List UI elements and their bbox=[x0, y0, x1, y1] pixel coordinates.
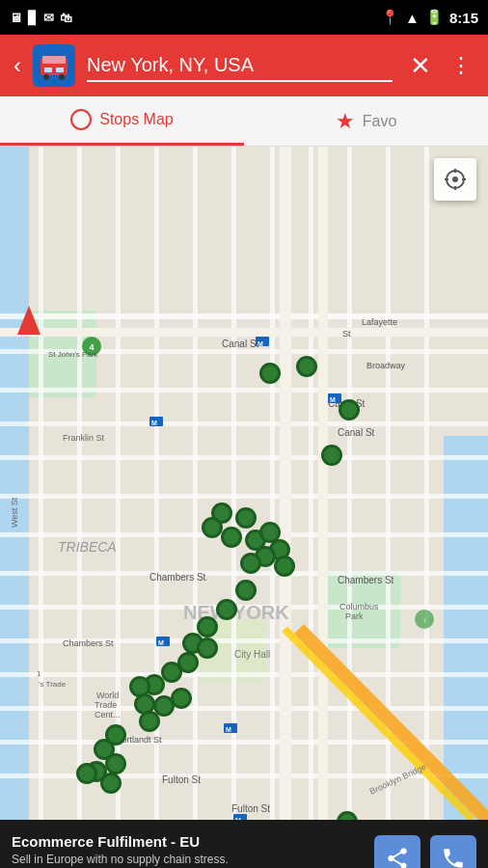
svg-text:Chambers St: Chambers St bbox=[63, 638, 114, 648]
map-container[interactable]: Canal St Canal St Canal St Franklin St C… bbox=[0, 147, 488, 820]
svg-rect-15 bbox=[0, 421, 488, 426]
svg-text:West St: West St bbox=[10, 497, 19, 528]
stop-dot[interactable] bbox=[221, 527, 242, 548]
location-crosshair-icon bbox=[443, 167, 468, 192]
battery-icon: 🔋 bbox=[425, 9, 444, 26]
stop-dot[interactable] bbox=[197, 637, 218, 659]
stop-dot[interactable] bbox=[240, 553, 261, 574]
svg-text:Columbus: Columbus bbox=[339, 602, 379, 611]
ad-share-button[interactable] bbox=[374, 835, 420, 868]
stop-dot[interactable] bbox=[100, 773, 122, 794]
svg-rect-38 bbox=[280, 147, 291, 820]
ad-text: Ecommerce Fulfilment - EU Sell in Europe… bbox=[12, 833, 365, 868]
svg-rect-36 bbox=[424, 147, 429, 820]
svg-rect-27 bbox=[77, 147, 82, 820]
svg-text:M: M bbox=[151, 420, 157, 426]
svg-text:M: M bbox=[330, 396, 336, 403]
svg-rect-39 bbox=[318, 147, 328, 820]
svg-text:Broadway: Broadway bbox=[366, 361, 406, 370]
svg-text:Trade: Trade bbox=[95, 700, 117, 710]
svg-rect-1 bbox=[42, 56, 66, 64]
svg-point-3 bbox=[59, 74, 65, 80]
ad-subtitle: Sell in Europe with no supply chain stre… bbox=[12, 853, 365, 868]
stop-dot[interactable] bbox=[296, 356, 317, 377]
ad-banner: Ecommerce Fulfilment - EU Sell in Europe… bbox=[0, 820, 488, 868]
svg-rect-30 bbox=[193, 147, 198, 820]
svg-text:St John's Park: St John's Park bbox=[48, 350, 98, 359]
stop-dot[interactable] bbox=[171, 688, 192, 709]
svg-rect-26 bbox=[39, 147, 43, 820]
svg-text:M: M bbox=[226, 726, 231, 733]
svg-rect-33 bbox=[309, 147, 313, 820]
map-svg: Canal St Canal St Canal St Franklin St C… bbox=[0, 147, 488, 820]
svg-rect-34 bbox=[347, 147, 352, 820]
svg-text:Franklin St: Franklin St bbox=[63, 433, 105, 443]
tab-favorites[interactable]: ★ Favo bbox=[244, 96, 488, 146]
location-button[interactable] bbox=[434, 158, 476, 201]
stop-dot[interactable] bbox=[161, 662, 182, 683]
stop-dot[interactable] bbox=[105, 753, 126, 774]
svg-text:Lafayette: Lafayette bbox=[362, 317, 397, 327]
stop-dot[interactable] bbox=[321, 445, 342, 466]
svg-text:M: M bbox=[258, 340, 263, 347]
stop-dot[interactable] bbox=[139, 711, 160, 732]
svg-rect-14 bbox=[0, 388, 488, 393]
svg-text:Fulton St: Fulton St bbox=[162, 774, 201, 785]
svg-text:World: World bbox=[96, 691, 119, 700]
stop-dot[interactable] bbox=[202, 517, 223, 538]
stop-dot[interactable] bbox=[259, 363, 281, 384]
svg-rect-37 bbox=[0, 328, 488, 337]
svg-text:St: St bbox=[342, 329, 351, 339]
svg-text:Park: Park bbox=[345, 611, 364, 621]
svg-text:1: 1 bbox=[37, 669, 41, 678]
tab-favorites-label: Favo bbox=[363, 113, 397, 130]
ad-title: Ecommerce Fulfilment - EU bbox=[12, 833, 365, 850]
status-bar: 🖥 ▊ ✉ 🛍 📍 ▲ 🔋 8:15 bbox=[0, 0, 488, 35]
share-icon bbox=[385, 846, 410, 868]
gmail-icon: ✉ bbox=[43, 11, 54, 25]
clock: 8:15 bbox=[449, 10, 478, 26]
back-button[interactable]: ‹ bbox=[10, 48, 25, 83]
phone-icon bbox=[441, 846, 466, 868]
favorites-star-icon: ★ bbox=[336, 109, 355, 134]
svg-rect-17 bbox=[0, 494, 488, 499]
svg-rect-22 bbox=[0, 672, 488, 677]
top-bar: ‹ ✕ ⋮ bbox=[0, 35, 488, 96]
screen-icon: 🖥 bbox=[10, 11, 22, 25]
svg-text:↑: ↑ bbox=[422, 616, 426, 625]
location-icon: 📍 bbox=[381, 9, 399, 26]
svg-text:Canal St: Canal St bbox=[222, 339, 259, 349]
svg-rect-5 bbox=[56, 68, 64, 72]
tab-stops-map[interactable]: Stops Map bbox=[0, 96, 244, 146]
stop-dot[interactable] bbox=[216, 599, 237, 620]
svg-rect-12 bbox=[0, 313, 488, 319]
svg-rect-16 bbox=[0, 455, 488, 460]
svg-rect-18 bbox=[0, 532, 488, 537]
svg-rect-7 bbox=[0, 147, 29, 820]
stop-dot[interactable] bbox=[235, 580, 257, 601]
stop-dot[interactable] bbox=[76, 763, 97, 784]
status-right: 📍 ▲ 🔋 8:15 bbox=[381, 9, 478, 26]
stop-dot[interactable] bbox=[235, 507, 257, 529]
stop-dot[interactable] bbox=[197, 616, 218, 637]
ad-call-button[interactable] bbox=[430, 835, 476, 868]
svg-rect-32 bbox=[270, 147, 275, 820]
svg-text:Fulton St: Fulton St bbox=[231, 803, 270, 814]
tab-bar: Stops Map ★ Favo bbox=[0, 96, 488, 147]
signal-icon: ▊ bbox=[28, 11, 38, 25]
svg-text:M: M bbox=[158, 639, 164, 646]
stops-map-icon bbox=[70, 109, 92, 130]
svg-text:TRIBECA: TRIBECA bbox=[58, 539, 117, 555]
svg-text:'s Trade: 's Trade bbox=[39, 680, 67, 689]
stop-dot[interactable] bbox=[274, 556, 295, 577]
wifi-icon: ▲ bbox=[405, 10, 420, 26]
clear-button[interactable]: ✕ bbox=[404, 51, 437, 81]
svg-text:M: M bbox=[235, 817, 241, 820]
menu-button[interactable]: ⋮ bbox=[445, 49, 478, 82]
svg-text:Canal St: Canal St bbox=[338, 427, 375, 438]
svg-rect-23 bbox=[0, 706, 488, 711]
svg-text:City Hall: City Hall bbox=[234, 649, 270, 660]
stop-dot[interactable] bbox=[339, 399, 360, 420]
search-bar[interactable] bbox=[87, 50, 393, 82]
search-input[interactable] bbox=[87, 50, 393, 80]
